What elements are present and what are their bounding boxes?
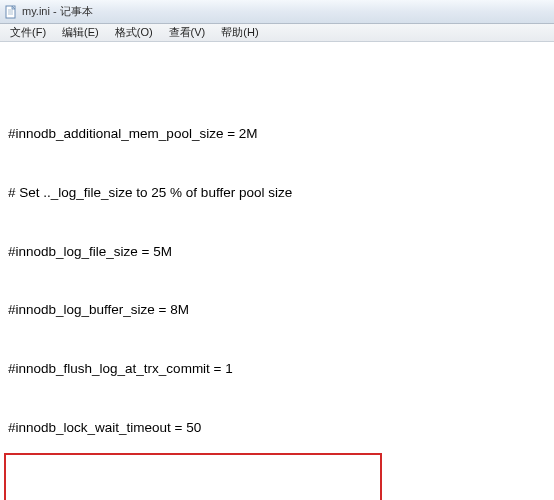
highlight-annotation-box xyxy=(4,453,382,500)
editor-line: #innodb_lock_wait_timeout = 50 xyxy=(8,418,546,438)
menubar: 文件(F) 编辑(E) 格式(O) 查看(V) 帮助(H) xyxy=(0,24,554,42)
document-icon xyxy=(4,5,18,19)
menu-format[interactable]: 格式(O) xyxy=(107,24,161,41)
editor-line: #innodb_log_buffer_size = 8M xyxy=(8,300,546,320)
window-titlebar: my.ini - 记事本 xyxy=(0,0,554,24)
editor-line: #innodb_flush_log_at_trx_commit = 1 xyxy=(8,359,546,379)
editor-line: # Set .._log_file_size to 25 % of buffer… xyxy=(8,183,546,203)
menu-file[interactable]: 文件(F) xyxy=(2,24,54,41)
window-title-text: my.ini - 记事本 xyxy=(22,4,93,19)
menu-help[interactable]: 帮助(H) xyxy=(213,24,266,41)
menu-view[interactable]: 查看(V) xyxy=(161,24,214,41)
text-editor-area[interactable]: #innodb_additional_mem_pool_size = 2M # … xyxy=(0,42,554,500)
editor-line: #innodb_additional_mem_pool_size = 2M xyxy=(8,124,546,144)
menu-edit[interactable]: 编辑(E) xyxy=(54,24,107,41)
editor-line: #innodb_log_file_size = 5M xyxy=(8,242,546,262)
